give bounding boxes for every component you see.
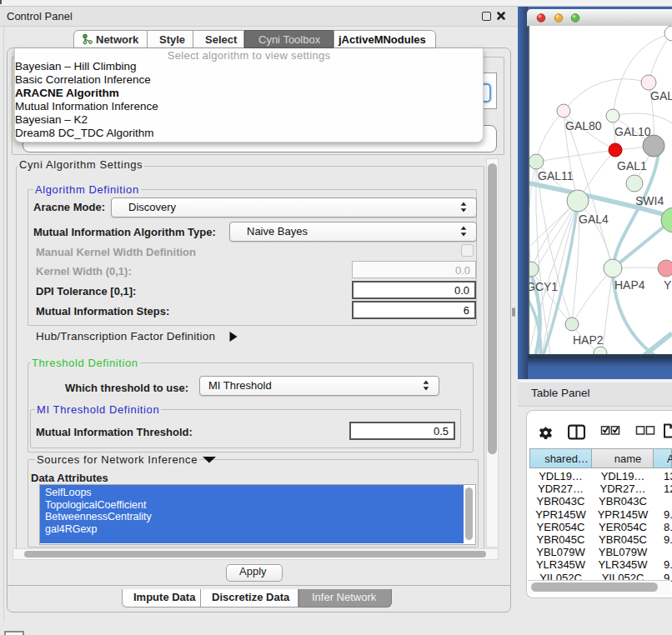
svg-text:Y: Y <box>664 278 672 292</box>
svg-text:GAL1: GAL1 <box>617 159 647 172</box>
svg-text:HAP2: HAP2 <box>573 333 604 347</box>
svg-text:GAL10: GAL10 <box>614 125 651 138</box>
svg-text:GAL11: GAL11 <box>538 169 574 182</box>
svg-text:HAP4: HAP4 <box>614 278 645 292</box>
svg-text:GAL4: GAL4 <box>579 212 609 226</box>
svg-text:GCY1: GCY1 <box>529 280 558 293</box>
svg-text:GAL80: GAL80 <box>565 119 602 132</box>
svg-text:GAL: GAL <box>650 89 672 102</box>
svg-text:SWI4: SWI4 <box>635 194 664 208</box>
